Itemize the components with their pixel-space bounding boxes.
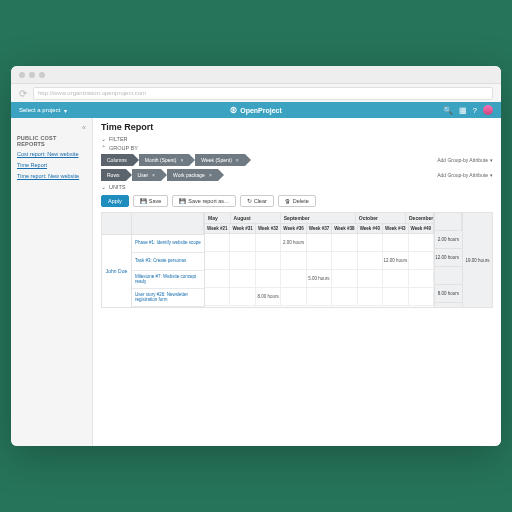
avatar[interactable] [483,105,493,115]
data-cell [358,288,383,306]
remove-icon[interactable]: × [152,172,155,178]
url-input[interactable]: http://www.organization.openproject.com [33,87,493,100]
week-header: Week #37 [307,224,332,234]
user-cell[interactable]: John Doe [102,235,132,307]
remove-icon[interactable]: × [180,157,183,163]
groupby-chip[interactable]: User× [132,169,161,181]
section-label: UNITS [109,184,126,190]
data-cell [409,252,434,270]
row-total [435,267,462,285]
data-cell [332,252,357,270]
data-cell [358,252,383,270]
sidebar-collapse-icon[interactable]: « [17,124,86,131]
data-cell [307,234,332,252]
window-dot[interactable] [39,72,45,78]
add-groupby-attribute[interactable]: Add Group-by Attribute ▾ [437,157,493,163]
work-package-link[interactable]: Phase #1: Identify website scope [132,235,204,253]
work-package-link[interactable]: User story #26: Newsletter registration … [132,289,204,307]
page-title: Time Report [101,122,493,132]
week-header: Week #40 [358,224,383,234]
data-cell [256,252,281,270]
data-cell [383,270,408,288]
section-label: GROUP BY [109,145,138,151]
data-cell [409,270,434,288]
window-dot[interactable] [19,72,25,78]
grid-icon[interactable]: ▦ [459,106,467,115]
data-cell [205,234,230,252]
month-header: September [281,213,356,224]
remove-icon[interactable]: × [236,157,239,163]
data-cell [256,234,281,252]
groupby-chip[interactable]: Month (Spent)× [139,154,190,166]
row-total: 2.00 hours [435,231,462,249]
data-cell: 12.00 hours [383,252,408,270]
add-groupby-attribute[interactable]: Add Group-by Attribute ▾ [437,172,493,178]
chevron-down-icon: ▾ [64,107,67,114]
groupby-columns-row: Columns Month (Spent)× Week (Spent)× Add… [101,154,493,166]
data-cell [307,288,332,306]
data-cell [281,288,306,306]
apply-button[interactable]: Apply [101,195,129,207]
data-cell [383,288,408,306]
brand: ⦿ OpenProject [230,107,282,114]
chevron-down-icon: ▾ [490,172,493,178]
week-header: Week #43 [383,224,408,234]
project-selector[interactable]: Select a project ▾ [19,107,67,114]
rows-chip: Rows [101,169,126,181]
data-cell [332,270,357,288]
data-cell: 2.00 hours [281,234,306,252]
search-icon[interactable]: 🔍 [443,106,453,115]
groupby-chip[interactable]: Work package× [167,169,218,181]
project-selector-label: Select a project [19,107,60,113]
reload-icon[interactable]: ⟳ [19,88,27,99]
sidebar-item[interactable]: Time report: New website [17,173,86,181]
app-topbar: Select a project ▾ ⦿ OpenProject 🔍 ▦ ? [11,102,501,118]
data-cell [358,270,383,288]
data-cell [205,270,230,288]
month-header: May [205,213,231,224]
data-cell [332,234,357,252]
main-content: Time Report ⌄ FILTER ⌃ GROUP BY Columns … [93,118,501,446]
filter-section-toggle[interactable]: ⌄ FILTER [101,136,493,142]
chevron-up-icon: ⌃ [101,145,106,151]
sidebar-item[interactable]: Time Report [17,162,86,170]
data-cell [256,270,281,288]
data-cell [205,288,230,306]
week-header: Week #32 [256,224,281,234]
grand-total: 19.00 hours [462,213,492,307]
save-button[interactable]: 💾 Save [133,195,169,207]
work-package-link[interactable]: Milestone #7: Website concept ready [132,271,204,289]
data-cell [409,288,434,306]
report-table: John Doe Phase #1: Identify website scop… [101,212,493,308]
window-titlebar [11,66,501,84]
sidebar-item[interactable]: Cost report: New website [17,151,86,159]
groupby-section-toggle[interactable]: ⌃ GROUP BY [101,145,493,151]
data-cell [358,234,383,252]
columns-chip: Columns [101,154,133,166]
clear-button[interactable]: ↻ Clear [240,195,274,207]
window-dot[interactable] [29,72,35,78]
save-as-button[interactable]: 💾 Save report as... [172,195,235,207]
month-header: August [231,213,281,224]
delete-button[interactable]: 🗑 Delete [278,195,316,207]
data-cell [281,270,306,288]
groupby-chip[interactable]: Week (Spent)× [195,154,244,166]
data-cell: 5.00 hours [307,270,332,288]
groupby-rows-row: Rows User× Work package× Add Group-by At… [101,169,493,181]
remove-icon[interactable]: × [209,172,212,178]
chevron-down-icon: ⌄ [101,136,106,142]
app-window: ⟳ http://www.organization.openproject.co… [11,66,501,446]
data-cell [383,234,408,252]
units-section-toggle[interactable]: ⌄ UNITS [101,184,493,190]
week-header: Week #49 [409,224,434,234]
row-total: 8.00 hours [435,285,462,303]
data-cell [230,288,255,306]
work-package-link[interactable]: Task #3: Create personas [132,253,204,271]
help-icon[interactable]: ? [473,106,477,115]
data-cell [230,252,255,270]
week-header: Week #38 [332,224,357,234]
data-cell [205,252,230,270]
week-header: Week #36 [281,224,306,234]
data-cell [409,234,434,252]
month-header: October [356,213,406,224]
